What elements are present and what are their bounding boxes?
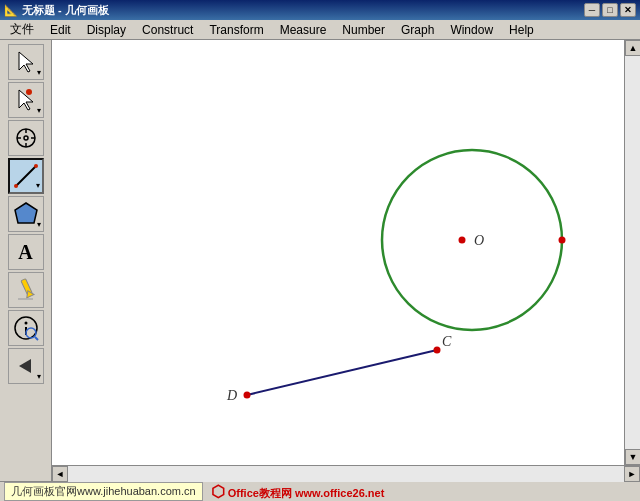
display-menu[interactable]: Display [79,21,134,39]
svg-line-9 [16,166,36,186]
svg-marker-12 [15,203,37,223]
svg-point-10 [14,184,18,188]
label-c: C [442,334,452,349]
point-tool[interactable]: ▾ [8,82,44,118]
polygon-icon [12,200,40,228]
point-d [244,392,251,399]
circle-shape [382,150,562,330]
geometry-svg: O D C [52,40,624,465]
segment-dc [247,350,437,395]
text-icon: A [18,241,32,264]
svg-line-20 [35,337,38,340]
svg-marker-0 [19,52,33,72]
line-dropdown-arrow: ▾ [36,181,40,190]
title-bar-controls[interactable]: ─ □ ✕ [584,3,636,17]
svg-point-11 [34,164,38,168]
tool-dropdown-arrow: ▾ [37,68,41,77]
close-button[interactable]: ✕ [620,3,636,17]
window-menu[interactable]: Window [442,21,501,39]
file-menu[interactable]: 文件 [2,19,42,40]
status-bar: 几何画板官网www.jihehuaban.com.cn ⬡ Office教程网 … [0,481,640,501]
point-dropdown-arrow: ▾ [37,106,41,115]
drawing-canvas[interactable]: O D C [52,40,624,465]
app-icon: 📐 [4,4,18,17]
svg-point-2 [26,89,32,95]
horizontal-scrollbar[interactable]: ◄ ► [52,465,640,481]
vertical-scrollbar[interactable]: ▲ ▼ [624,40,640,465]
marker-icon [13,277,39,303]
svg-marker-21 [19,359,31,373]
custom-dropdown-arrow: ▾ [37,372,41,381]
svg-point-17 [24,322,27,325]
number-menu[interactable]: Number [334,21,393,39]
center-label: O [474,233,484,248]
canvas-with-scrollbar: O D C ▲ [52,40,640,465]
compass-icon [14,126,38,150]
line-tool[interactable]: ▾ [8,158,44,194]
point-icon [15,88,37,112]
measure-menu[interactable]: Measure [272,21,335,39]
polygon-dropdown-arrow: ▾ [37,220,41,229]
office-label: Office教程网 www.office26.net [228,487,385,499]
custom-tool[interactable]: ▾ [8,348,44,384]
construct-menu[interactable]: Construct [134,21,201,39]
transform-menu[interactable]: Transform [201,21,271,39]
graph-menu[interactable]: Graph [393,21,442,39]
svg-point-4 [24,136,28,140]
select-tool[interactable]: ▾ [8,44,44,80]
info-tool[interactable] [8,310,44,346]
scroll-track-horizontal[interactable] [68,466,624,482]
compass-tool[interactable] [8,120,44,156]
scroll-up-button[interactable]: ▲ [625,40,640,56]
title-bar: 📐 无标题 - 几何画板 ─ □ ✕ [0,0,640,20]
scroll-track-vertical[interactable] [625,56,640,449]
marker-tool[interactable] [8,272,44,308]
svg-point-19 [26,328,36,338]
label-d: D [226,388,237,403]
title-bar-left: 📐 无标题 - 几何画板 [4,3,109,18]
edit-menu[interactable]: Edit [42,21,79,39]
main-layout: ▾ ▾ [0,40,640,481]
help-menu[interactable]: Help [501,21,542,39]
canvas-container: O D C ▲ [52,40,640,481]
custom-icon [15,355,37,377]
point-c [434,347,441,354]
text-tool[interactable]: A [8,234,44,270]
center-point [459,237,466,244]
polygon-tool[interactable]: ▾ [8,196,44,232]
minimize-button[interactable]: ─ [584,3,600,17]
window-title: 无标题 - 几何画板 [22,3,109,18]
toolbar: ▾ ▾ [0,40,52,481]
scroll-down-button[interactable]: ▼ [625,449,640,465]
radius-point [559,237,566,244]
maximize-button[interactable]: □ [602,3,618,17]
info-icon [13,315,39,341]
watermark-text: 几何画板官网www.jihehuaban.com.cn [4,482,203,501]
select-icon [15,50,37,74]
office-text: ⬡ Office教程网 www.office26.net [211,482,385,501]
scroll-left-button[interactable]: ◄ [52,466,68,482]
scroll-right-button[interactable]: ► [624,466,640,482]
menu-bar: 文件EditDisplayConstructTransformMeasureNu… [0,20,640,40]
